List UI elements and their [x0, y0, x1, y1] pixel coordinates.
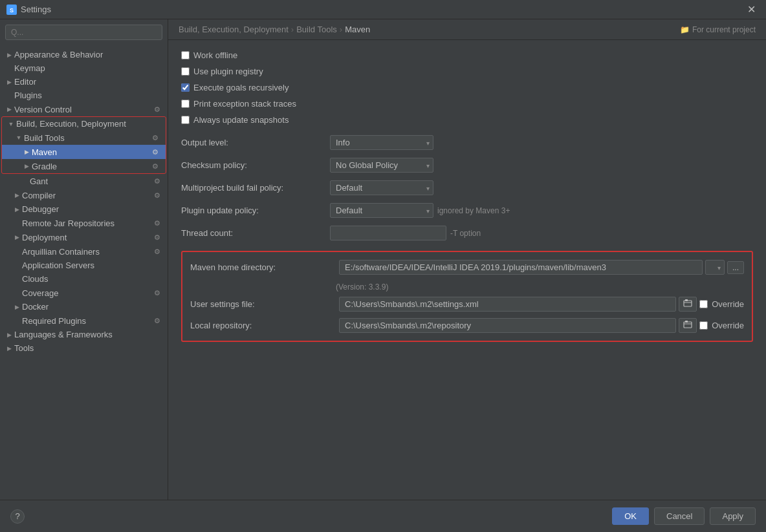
always-update-checkbox[interactable] — [181, 116, 190, 124]
plugin-update-hint: ignored by Maven 3+ — [437, 206, 510, 215]
sidebar-item-editor[interactable]: ▶ Editor — [0, 75, 168, 89]
sidebar-item-required-plugins[interactable]: Required Plugins ⚙ — [0, 314, 168, 328]
cancel-button[interactable]: Cancel — [654, 507, 705, 525]
sidebar-item-label: Plugins — [14, 90, 162, 100]
help-button[interactable]: ? — [10, 509, 25, 524]
expand-arrow: ▼ — [7, 120, 15, 128]
checkbox-print-exception: Print exception stack traces — [181, 99, 753, 109]
user-settings-input[interactable] — [339, 297, 676, 312]
local-repo-row: Local repository: Override — [190, 318, 744, 333]
sidebar-item-build[interactable]: ▼ Build, Execution, Deployment — [2, 117, 166, 131]
plugin-update-policy-row: Plugin update policy: Default Always Nev… — [181, 203, 753, 218]
sidebar-item-label: Compiler — [22, 191, 149, 200]
expand-arrow: ▶ — [5, 345, 13, 352]
sidebar-item-remote-jar[interactable]: Remote Jar Repositories ⚙ — [0, 216, 168, 230]
output-level-select[interactable]: Info Debug Warning Error — [330, 135, 433, 150]
sidebar-item-label: Version Control — [14, 105, 149, 114]
maven-home-control: ▾ ... — [339, 260, 744, 275]
sidebar-item-label: Gant — [30, 176, 149, 186]
user-settings-override-row: Override — [699, 299, 744, 309]
sidebar-item-debugger[interactable]: ▶ Debugger — [0, 202, 168, 216]
sidebar-item-docker[interactable]: ▶ Docker — [0, 300, 168, 314]
settings-icon: ⚙ — [152, 315, 162, 326]
maven-home-row: Maven home directory: ▾ ... — [190, 260, 744, 275]
sidebar-item-label: Build, Execution, Deployment — [16, 119, 160, 129]
always-update-label: Always update snapshots — [193, 115, 289, 125]
svg-rect-4 — [684, 322, 692, 328]
sidebar-item-label: Deployment — [22, 233, 149, 242]
sidebar-item-tools[interactable]: ▶ Tools — [0, 341, 168, 355]
local-repo-control: Override — [339, 318, 744, 333]
expand-arrow — [13, 289, 21, 297]
local-repo-browse-button[interactable] — [679, 318, 697, 333]
sidebar-item-label: Docker — [22, 302, 162, 312]
project-icon: 📁 — [680, 25, 690, 34]
sidebar-item-label: Debugger — [22, 204, 162, 214]
print-exception-checkbox[interactable] — [181, 100, 190, 108]
checkbox-use-plugin-registry: Use plugin registry — [181, 67, 753, 76]
sidebar-item-gant[interactable]: Gant ⚙ — [0, 174, 168, 188]
output-level-row: Output level: Info Debug Warning Error ▾ — [181, 135, 753, 150]
checksum-policy-select[interactable]: No Global Policy Fail Warn Ignore — [330, 158, 433, 173]
thread-count-input[interactable] — [330, 226, 446, 240]
sidebar-item-maven[interactable]: ▶ Maven ⚙ — [2, 145, 166, 159]
settings-content: Work offline Use plugin registry Execute… — [168, 40, 766, 500]
sidebar-item-build-tools[interactable]: ▼ Build Tools ⚙ — [2, 131, 166, 145]
maven-home-browse-button[interactable]: ... — [727, 261, 744, 274]
sidebar-item-arquillian[interactable]: Arquillian Containers ⚙ — [0, 244, 168, 259]
work-offline-checkbox[interactable] — [181, 51, 190, 59]
execute-goals-checkbox[interactable] — [181, 83, 190, 92]
sidebar-item-deployment[interactable]: ▶ Deployment ⚙ — [0, 230, 168, 244]
expand-arrow: ▶ — [13, 233, 21, 241]
close-button[interactable]: ✕ — [743, 2, 760, 17]
maven-home-label: Maven home directory: — [190, 262, 333, 272]
maven-home-input[interactable] — [339, 260, 703, 275]
sidebar-item-label: Editor — [14, 77, 162, 87]
sidebar-item-clouds[interactable]: Clouds — [0, 272, 168, 286]
checksum-policy-label: Checksum policy: — [181, 160, 323, 170]
local-repo-override-checkbox[interactable] — [699, 321, 708, 330]
sidebar-item-plugins[interactable]: Plugins — [0, 89, 168, 102]
thread-count-hint: -T option — [450, 229, 481, 238]
local-repo-input[interactable] — [339, 318, 676, 333]
plugin-update-dropdown-wrapper: Default Always Never Interval ▾ — [330, 203, 433, 218]
maven-home-select[interactable] — [705, 260, 725, 275]
app-icon: S — [6, 5, 17, 15]
use-plugin-registry-checkbox[interactable] — [181, 67, 190, 76]
svg-rect-3 — [685, 299, 688, 301]
breadcrumb-part1: Build, Execution, Deployment — [179, 25, 289, 34]
ok-button[interactable]: OK — [612, 507, 649, 525]
settings-icon: ⚙ — [152, 176, 162, 186]
sidebar-item-languages[interactable]: ▶ Languages & Frameworks — [0, 328, 168, 341]
sidebar-item-label: Maven — [32, 147, 148, 157]
sidebar-item-vcs[interactable]: ▶ Version Control ⚙ — [0, 102, 168, 116]
sidebar-item-keymap[interactable]: Keymap — [0, 61, 168, 75]
local-repo-override-row: Override — [699, 321, 744, 330]
expand-arrow: ▶ — [23, 162, 30, 170]
multiproject-policy-select[interactable]: Default Always Never At End — [330, 180, 433, 195]
sidebar-item-appearance[interactable]: ▶ Appearance & Behavior — [0, 48, 168, 61]
settings-icon: ⚙ — [152, 104, 162, 114]
sidebar-item-label: Gradle — [32, 162, 148, 171]
search-input[interactable] — [5, 25, 162, 40]
window-title: Settings — [21, 5, 743, 14]
project-label: For current project — [692, 25, 756, 34]
plugin-update-select[interactable]: Default Always Never Interval — [330, 203, 433, 218]
sidebar-item-app-servers[interactable]: Application Servers — [0, 259, 168, 272]
sidebar-item-compiler[interactable]: ▶ Compiler ⚙ — [0, 188, 168, 202]
settings-icon: ⚙ — [150, 147, 160, 157]
content-area: Build, Execution, Deployment › Build Too… — [168, 19, 766, 500]
expand-arrow — [5, 65, 13, 72]
apply-button[interactable]: Apply — [710, 507, 756, 525]
expand-arrow: ▶ — [5, 78, 13, 86]
user-settings-override-checkbox[interactable] — [699, 300, 708, 308]
sidebar: ▶ Appearance & Behavior Keymap ▶ Editor … — [0, 19, 168, 500]
sidebar-item-coverage[interactable]: Coverage ⚙ — [0, 286, 168, 300]
expand-arrow — [13, 219, 21, 227]
checksum-policy-control: No Global Policy Fail Warn Ignore ▾ — [330, 158, 753, 173]
expand-arrow: ▶ — [5, 331, 13, 339]
sidebar-item-gradle[interactable]: ▶ Gradle ⚙ — [2, 159, 166, 173]
user-settings-label: User settings file: — [190, 299, 333, 309]
user-settings-browse-button[interactable] — [679, 297, 697, 312]
checkbox-always-update: Always update snapshots — [181, 115, 753, 125]
